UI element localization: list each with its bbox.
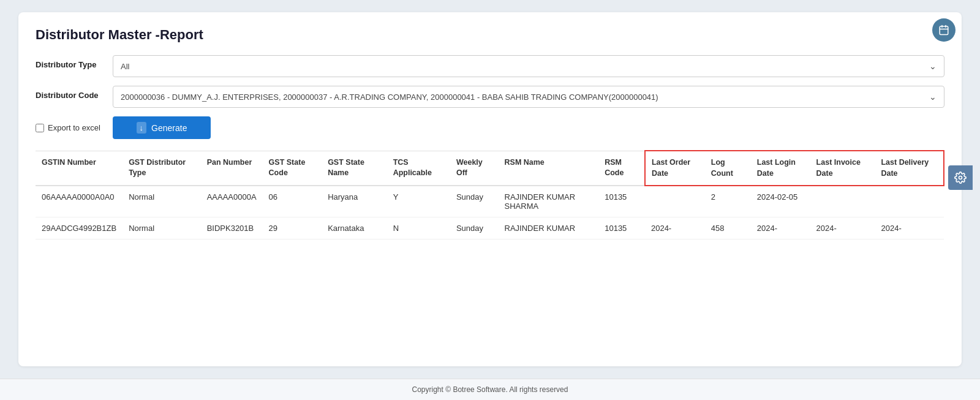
cell-log_count: 2 [705, 186, 751, 217]
cell-last_delivery_date: 2024- [875, 217, 944, 240]
col-header-rsm_code: RSM Code [598, 151, 645, 186]
distributor-type-value: All [121, 62, 129, 71]
col-header-tcs_applicable: TCS Applicable [387, 151, 450, 186]
cell-last_invoice_date [810, 186, 875, 217]
cell-last_login_date: 2024- [751, 217, 810, 240]
cell-gst_state_name: Karnataka [322, 217, 386, 240]
col-header-gstin: GSTIN Number [36, 151, 123, 186]
settings-button[interactable] [948, 165, 973, 190]
cell-rsm_code: 10135 [598, 217, 645, 240]
export-to-excel-checkbox[interactable]: Export to excel [36, 123, 100, 132]
cell-last_delivery_date [875, 186, 944, 217]
download-icon: ↓ [137, 122, 147, 134]
cell-weekly_off: Sunday [450, 217, 499, 240]
cell-pan_number: BIDPK3201B [201, 217, 263, 240]
cell-tcs_applicable: Y [387, 186, 450, 217]
cell-gst_state_code: 29 [263, 217, 322, 240]
col-header-last_login_date: Last Login Date [751, 151, 810, 186]
cell-rsm_code: 10135 [598, 186, 645, 217]
cell-pan_number: AAAAA0000A [201, 186, 263, 217]
table-row: 06AAAAA0000A0A0NormalAAAAA0000A06Haryana… [36, 186, 944, 217]
page-footer: Copyright © Botree Software. All rights … [0, 379, 980, 400]
calendar-button[interactable] [932, 18, 956, 42]
col-header-last_invoice_date: Last Invoice Date [810, 151, 875, 186]
cell-weekly_off: Sunday [450, 186, 499, 217]
generate-button[interactable]: ↓ Generate [113, 116, 211, 139]
cell-gst_dist_type: Normal [123, 186, 201, 217]
distributor-type-label: Distributor Type [36, 55, 103, 69]
cell-gstin: 29AADCG4992B1ZB [36, 217, 123, 240]
cell-gstin: 06AAAAA0000A0A0 [36, 186, 123, 217]
col-header-gst_dist_type: GST Distributor Type [123, 151, 201, 186]
cell-log_count: 458 [705, 217, 751, 240]
distributor-code-value: 2000000036 - DUMMY_A.J. ENTERPRISES, 200… [121, 92, 658, 102]
generate-button-label: Generate [151, 123, 187, 133]
distributor-table: GSTIN NumberGST Distributor TypePan Numb… [36, 150, 944, 240]
cell-last_order_date [645, 186, 705, 217]
col-header-gst_state_code: GST State Code [263, 151, 322, 186]
col-header-gst_state_name: GST State Name [322, 151, 386, 186]
cell-gst_dist_type: Normal [123, 217, 201, 240]
distributor-type-select[interactable]: All ⌄ [113, 55, 944, 77]
cell-rsm_name: RAJINDER KUMAR SHARMA [499, 186, 599, 217]
export-to-excel-label: Export to excel [48, 123, 100, 132]
table-row: 29AADCG4992B1ZBNormalBIDPK3201B29Karnata… [36, 217, 944, 240]
distributor-code-select[interactable]: 2000000036 - DUMMY_A.J. ENTERPRISES, 200… [113, 86, 944, 108]
cell-rsm_name: RAJINDER KUMAR [499, 217, 599, 240]
cell-last_invoice_date: 2024- [810, 217, 875, 240]
col-header-last_order_date: Last Order Date [645, 151, 705, 186]
col-header-rsm_name: RSM Name [499, 151, 599, 186]
chevron-down-icon: ⌄ [929, 92, 937, 102]
cell-tcs_applicable: N [387, 217, 450, 240]
cell-gst_state_name: Haryana [322, 186, 386, 217]
chevron-down-icon: ⌄ [929, 61, 937, 71]
cell-gst_state_code: 06 [263, 186, 322, 217]
col-header-pan_number: Pan Number [201, 151, 263, 186]
cell-last_login_date: 2024-02-05 [751, 186, 810, 217]
col-header-weekly_off: Weekly Off [450, 151, 499, 186]
svg-rect-0 [940, 26, 948, 35]
col-header-log_count: Log Count [705, 151, 751, 186]
data-table-wrapper: GSTIN NumberGST Distributor TypePan Numb… [36, 150, 944, 240]
svg-point-4 [959, 176, 962, 179]
export-checkbox-input[interactable] [36, 124, 44, 132]
cell-last_order_date: 2024- [645, 217, 705, 240]
distributor-code-label: Distributor Code [36, 86, 103, 100]
page-title: Distributor Master -Report [36, 27, 944, 43]
col-header-last_delivery_date: Last Delivery Date [875, 151, 944, 186]
